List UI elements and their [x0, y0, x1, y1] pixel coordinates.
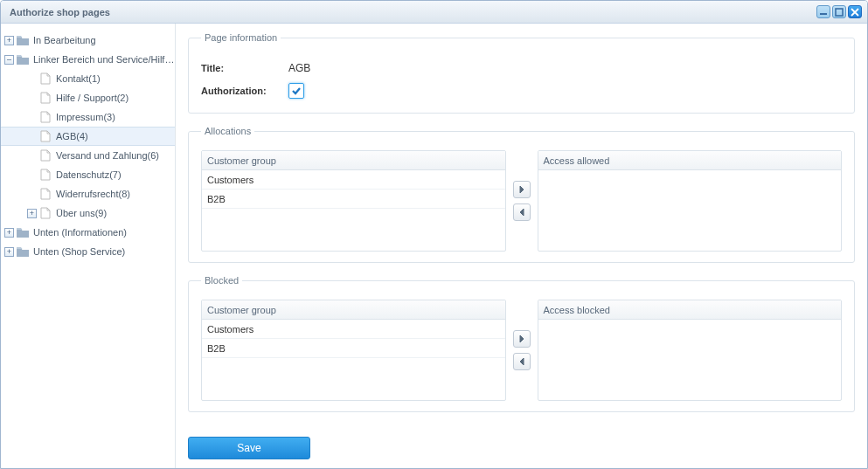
allocations-source-header: Customer group — [202, 151, 505, 170]
authorization-label: Authorization: — [201, 86, 288, 96]
tree-node-datenschutz[interactable]: Datenschutz(7) — [1, 165, 175, 184]
page-info-legend: Page information — [201, 32, 281, 43]
tree-toggle-icon[interactable]: + — [27, 209, 37, 218]
blocked-arrow-col — [513, 330, 531, 370]
save-button[interactable]: Save — [188, 437, 310, 459]
blocked-fieldset: Blocked Customer group CustomersB2B — [188, 275, 855, 412]
tree-node-linker-bereich[interactable]: –Linker Bereich und Service/Hilfe oben — [1, 50, 175, 69]
list-item[interactable]: Customers — [202, 320, 505, 339]
tree-node-in-bearbeitung[interactable]: +In Bearbeitung — [1, 31, 175, 50]
title-row: Title: AGB — [201, 57, 842, 79]
blocked-target-list: Access blocked — [538, 300, 843, 401]
sidebar-tree: +In Bearbeitung–Linker Bereich und Servi… — [1, 24, 176, 468]
allocations-target-header: Access allowed — [538, 151, 842, 170]
maximize-button[interactable] — [832, 5, 846, 18]
arrow-left-icon — [517, 208, 526, 217]
blocked-source-list: Customer group CustomersB2B — [201, 300, 506, 401]
tree-node-label: Datenschutz(7) — [56, 169, 122, 180]
titlebar: Authorize shop pages — [1, 1, 867, 24]
allocations-arrow-col — [513, 181, 531, 221]
tree-node-widerruf[interactable]: Widerrufsrecht(8) — [1, 184, 175, 203]
tree-node-label: Impressum(3) — [56, 112, 115, 122]
tree-node-unten-info[interactable]: +Unten (Informationen) — [1, 223, 175, 242]
title-label: Title: — [201, 63, 288, 73]
tree-node-label: Linker Bereich und Service/Hilfe oben — [33, 54, 175, 65]
tree-node-kontakt[interactable]: Kontakt(1) — [1, 69, 175, 88]
tree-node-agb[interactable]: AGB(4) — [1, 127, 175, 146]
list-item[interactable]: B2B — [202, 339, 505, 358]
tree-node-unten-shop[interactable]: +Unten (Shop Service) — [1, 242, 175, 261]
tree-node-hilfe[interactable]: Hilfe / Support(2) — [1, 88, 175, 107]
allocations-target-list: Access allowed — [538, 150, 843, 252]
maximize-icon — [835, 8, 844, 17]
tree-node-versand[interactable]: Versand und Zahlung(6) — [1, 146, 175, 165]
authorization-row: Authorization: — [201, 79, 842, 102]
blocked-source-header: Customer group — [202, 300, 505, 320]
tree-node-label: Widerrufsrecht(8) — [56, 189, 130, 199]
arrow-right-icon — [517, 185, 526, 194]
allocations-move-right-button[interactable] — [513, 181, 531, 198]
tree-node-label: Unten (Shop Service) — [33, 246, 125, 257]
arrow-right-icon — [517, 335, 526, 343]
tree-toggle-icon[interactable]: + — [4, 36, 14, 45]
allocations-move-left-button[interactable] — [513, 203, 531, 221]
window-controls — [816, 5, 862, 18]
tree-node-label: Unten (Informationen) — [33, 227, 127, 238]
authorization-checkbox[interactable] — [288, 83, 304, 99]
minimize-icon — [819, 8, 828, 17]
window-title: Authorize shop pages — [6, 7, 816, 17]
tree-node-label: Hilfe / Support(2) — [56, 93, 128, 103]
blocked-target-header: Access blocked — [538, 300, 842, 320]
blocked-move-left-button[interactable] — [513, 353, 531, 370]
tree-toggle-icon[interactable]: + — [4, 228, 14, 238]
svg-rect-1 — [836, 9, 843, 16]
window: Authorize shop pages +In Bearbeitung–Lin… — [0, 0, 868, 469]
tree-node-label: AGB(4) — [56, 131, 88, 141]
blocked-move-right-button[interactable] — [513, 330, 531, 348]
save-button-label: Save — [237, 442, 260, 454]
tree-node-ueber-uns[interactable]: +Über uns(9) — [1, 203, 175, 223]
allocations-source-list: Customer group CustomersB2B — [201, 150, 506, 252]
page-info-fieldset: Page information Title: AGB Authorizatio… — [188, 32, 855, 114]
check-icon — [291, 86, 302, 96]
allocations-legend: Allocations — [201, 126, 254, 136]
svg-rect-0 — [820, 13, 827, 15]
tree-node-label: Versand und Zahlung(6) — [56, 150, 159, 161]
minimize-button[interactable] — [816, 5, 830, 18]
tree-node-label: Kontakt(1) — [56, 73, 101, 84]
tree-toggle-icon[interactable]: – — [4, 55, 14, 65]
list-item[interactable]: Customers — [202, 170, 505, 190]
tree-toggle-icon[interactable]: + — [4, 247, 14, 257]
arrow-left-icon — [517, 357, 526, 366]
blocked-legend: Blocked — [201, 275, 242, 286]
close-icon — [851, 8, 859, 17]
main-panel: Page information Title: AGB Authorizatio… — [176, 24, 867, 468]
tree-node-label: Über uns(9) — [56, 208, 107, 218]
save-bar: Save — [188, 437, 855, 459]
title-value: AGB — [288, 62, 310, 74]
allocations-fieldset: Allocations Customer group CustomersB2B — [188, 126, 855, 263]
close-button[interactable] — [848, 5, 862, 18]
list-item[interactable]: B2B — [202, 190, 505, 209]
tree-node-label: In Bearbeitung — [33, 35, 96, 45]
tree-node-impressum[interactable]: Impressum(3) — [1, 107, 175, 127]
